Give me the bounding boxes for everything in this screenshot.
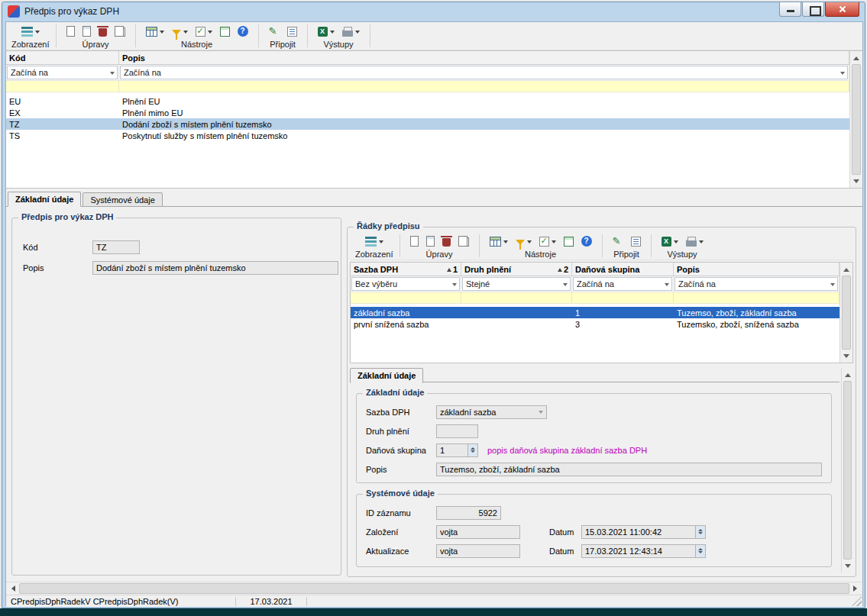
vertical-scrollbar[interactable]	[840, 263, 852, 363]
arrow-down-icon	[843, 354, 849, 361]
filter-sazba-combo[interactable]: Bez výběru	[351, 277, 460, 291]
scroll-thumb[interactable]	[842, 276, 851, 350]
filter-druh-combo[interactable]: Stejné	[462, 277, 571, 291]
spinner-control[interactable]	[696, 544, 706, 558]
rows-excel-export-button[interactable]	[658, 235, 681, 248]
filter-input-row[interactable]	[6, 81, 849, 92]
spinner-control[interactable]	[468, 443, 478, 457]
detail-popis-field[interactable]: Tuzemso, zboží, základní sazba	[436, 463, 822, 476]
radky-grid: Sazba DPH 1 Druh plnění 2 Daňová skupina…	[350, 262, 853, 363]
table-row[interactable]: EU Plnění EU	[6, 95, 849, 107]
predpisy-grid: Kód Popis Začíná na Začíná na	[6, 50, 862, 189]
scroll-up-button[interactable]	[850, 51, 862, 63]
tb-group-pripojit: Připojit	[260, 22, 306, 50]
arrow-right-icon	[853, 585, 860, 592]
rows-marking-menu-button[interactable]	[536, 235, 559, 248]
popis-field[interactable]: Dodání zboží s místem plnění tuzemsko	[92, 261, 338, 275]
titlebar[interactable]: Předpis pro výkaz DPH	[2, 2, 865, 21]
scroll-thumb[interactable]	[843, 381, 852, 560]
scroll-left-button[interactable]	[6, 582, 19, 595]
rows-delete-record-button[interactable]	[439, 234, 454, 248]
filter-menu-button[interactable]	[169, 25, 191, 37]
rows-edit-record-button[interactable]	[423, 234, 438, 248]
chevron-down-icon	[110, 72, 115, 77]
scroll-thumb[interactable]	[19, 583, 849, 594]
scroll-right-button[interactable]	[849, 582, 862, 595]
tab-systemove-udaje[interactable]: Systémové údaje	[82, 192, 162, 207]
filter-input-row[interactable]	[351, 292, 840, 304]
table-row[interactable]: TS Poskytnutí služby s místem plnění tuz…	[6, 130, 849, 141]
table-row[interactable]: EX Plnění mimo EU	[6, 107, 849, 118]
delete-record-button[interactable]	[95, 24, 110, 38]
table-row-selected[interactable]: základní sazba 1 Tuzemso, zboží, základn…	[351, 307, 840, 318]
rows-new-record-button[interactable]	[407, 234, 422, 248]
rows-attach-edit-button[interactable]	[610, 234, 626, 248]
scroll-up-button[interactable]	[842, 368, 853, 380]
filter-skupina-combo[interactable]: Začíná na	[573, 277, 672, 291]
cell-skupina: 1	[572, 307, 674, 318]
chevron-down-icon	[330, 31, 335, 36]
filter-input-popis[interactable]	[119, 81, 849, 92]
app-icon	[8, 5, 20, 18]
rows-table-menu-button[interactable]	[487, 235, 511, 248]
table-row[interactable]: první snížená sazba 3 Tuzemsko, zboží, s…	[351, 318, 840, 330]
scroll-thumb[interactable]	[852, 64, 861, 175]
rows-help-button[interactable]	[578, 234, 595, 248]
column-header-druh[interactable]: Druh plnění 2	[461, 263, 572, 276]
grid-header: Kód Popis	[6, 51, 849, 65]
filter-popis-combo[interactable]: Začíná na	[120, 66, 848, 79]
new-record-button[interactable]	[63, 24, 78, 38]
spreadsheet-button[interactable]	[217, 25, 233, 38]
arrow-up-icon	[843, 265, 849, 272]
kod-field[interactable]: TZ	[92, 240, 140, 254]
scroll-down-button[interactable]	[850, 176, 862, 188]
groupbox-title: Řádky předpisu	[354, 221, 423, 231]
close-button[interactable]	[825, 2, 859, 17]
filter-kod-combo[interactable]: Začíná na	[7, 66, 118, 79]
druh-plneni-field[interactable]	[436, 424, 478, 438]
copy-record-button[interactable]	[112, 24, 128, 38]
horizontal-scrollbar[interactable]	[6, 582, 862, 595]
marking-menu-button[interactable]	[192, 25, 215, 38]
column-header-kod[interactable]: Kód	[6, 51, 119, 64]
maximize-button[interactable]	[802, 2, 824, 17]
table-menu-button[interactable]	[143, 25, 167, 38]
spinner-control[interactable]	[696, 525, 706, 539]
rows-spreadsheet-button[interactable]	[561, 235, 577, 248]
attach-edit-button[interactable]	[266, 24, 283, 38]
excel-export-button[interactable]	[315, 25, 338, 38]
table-row-selected[interactable]: TZ Dodání zboží s místem plnění tuzemsko	[6, 118, 849, 130]
rows-attach-list-button[interactable]	[628, 235, 644, 248]
filter-input-kod[interactable]	[6, 81, 119, 92]
vertical-scrollbar[interactable]	[849, 51, 862, 188]
scroll-down-button[interactable]	[842, 560, 853, 572]
detail-vertical-scrollbar[interactable]	[841, 368, 853, 572]
tab-zakladni-udaje[interactable]: Základní údaje	[8, 192, 81, 207]
view-menu-button[interactable]	[18, 25, 43, 38]
spin-up-icon	[698, 527, 703, 531]
tb-group-label: Nástroje	[181, 39, 212, 49]
column-header-popis[interactable]: Popis	[674, 263, 840, 276]
sazba-dph-select[interactable]: základní sazba	[436, 405, 547, 419]
minimize-button[interactable]	[779, 2, 801, 17]
tb-group-label: Úpravy	[82, 39, 109, 49]
client-area: Zobrazení Úpravy	[5, 21, 863, 606]
attach-list-button[interactable]	[284, 25, 300, 38]
column-header-sazba[interactable]: Sazba DPH 1	[351, 263, 461, 276]
main-toolbar: Zobrazení Úpravy	[6, 22, 862, 50]
scroll-up-button[interactable]	[840, 263, 852, 275]
danova-skupina-field[interactable]: 1	[436, 443, 468, 457]
print-button[interactable]	[339, 24, 363, 38]
rows-view-menu-button[interactable]	[362, 235, 387, 248]
column-header-popis[interactable]: Popis	[119, 51, 849, 64]
tab-detail-zakladni[interactable]: Základní údaje	[350, 368, 423, 383]
rows-copy-record-button[interactable]	[455, 234, 472, 248]
column-header-skupina[interactable]: Daňová skupina	[572, 263, 674, 276]
rows-filter-menu-button[interactable]	[513, 235, 535, 247]
scroll-down-button[interactable]	[840, 350, 852, 363]
edit-record-button[interactable]	[79, 24, 94, 38]
list-icon	[631, 237, 641, 247]
filter-popis-combo[interactable]: Začíná na	[675, 277, 838, 291]
help-button[interactable]	[235, 24, 251, 38]
rows-print-button[interactable]	[683, 234, 707, 248]
